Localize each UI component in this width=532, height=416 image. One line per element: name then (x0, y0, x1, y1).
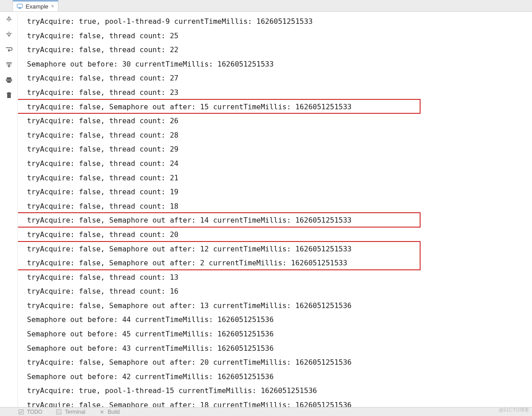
console-line: tryAcquire: false, Semaphore out after: … (27, 355, 532, 370)
svg-rect-0 (17, 4, 22, 8)
tab-example[interactable]: Example × (13, 0, 58, 11)
tab-label: Example (26, 3, 49, 10)
console-lines: tryAcquire: true, pool-1-thread-9 curren… (18, 12, 532, 407)
bottom-item-terminal[interactable]: Terminal (56, 409, 85, 415)
run-config-icon (17, 3, 23, 9)
tab-bar: Example × (0, 0, 532, 12)
console-line: Semaphore out before: 42 currentTimeMill… (27, 370, 532, 384)
svg-rect-7 (7, 77, 11, 79)
todo-icon (18, 409, 24, 415)
console-line: tryAcquire: false, thread count: 16 (27, 284, 532, 299)
console-line: tryAcquire: false, thread count: 19 (27, 185, 532, 199)
console-line: tryAcquire: false, thread count: 27 (27, 71, 532, 85)
console-gutter (0, 12, 18, 407)
close-icon[interactable]: × (51, 3, 54, 9)
bottom-item-build[interactable]: Build (99, 409, 120, 415)
console-line: tryAcquire: false, thread count: 18 (27, 199, 532, 214)
console-line: tryAcquire: false, Semaphore out after: … (27, 256, 532, 270)
svg-rect-12 (8, 92, 10, 93)
console-line: tryAcquire: false, Semaphore out after: … (27, 100, 532, 114)
console-line: tryAcquire: false, thread count: 22 (27, 43, 532, 57)
build-icon (99, 409, 105, 415)
console-line: Semaphore out before: 45 currentTimeMill… (27, 327, 532, 341)
svg-rect-9 (7, 81, 11, 83)
print-icon[interactable] (4, 76, 14, 85)
svg-rect-10 (7, 94, 11, 98)
console-line: tryAcquire: false, thread count: 20 (27, 228, 532, 242)
console-line: Semaphore out before: 30 currentTimeMill… (27, 57, 532, 72)
console-line: tryAcquire: false, Semaphore out after: … (27, 398, 532, 407)
watermark: @51CTO博客 (499, 407, 529, 413)
arrow-up-icon[interactable] (4, 14, 14, 23)
console-line: tryAcquire: false, Semaphore out after: … (27, 213, 532, 228)
console-line: tryAcquire: false, thread count: 29 (27, 142, 532, 157)
console-line: Semaphore out before: 43 currentTimeMill… (27, 341, 532, 356)
console-line: tryAcquire: true, pool-1-thread-15 curre… (27, 384, 532, 398)
bottom-item-todo[interactable]: TODO (18, 409, 42, 415)
body-row: tryAcquire: true, pool-1-thread-9 curren… (0, 12, 532, 407)
console-line: tryAcquire: false, thread count: 24 (27, 157, 532, 171)
svg-rect-1 (18, 8, 21, 9)
console-line: tryAcquire: false, Semaphore out after: … (27, 242, 532, 256)
console-line: tryAcquire: false, thread count: 13 (27, 270, 532, 285)
console-line: tryAcquire: false, Semaphore out after: … (27, 299, 532, 313)
console-line: tryAcquire: false, thread count: 23 (27, 85, 532, 100)
arrow-down-icon[interactable] (4, 30, 14, 39)
console-line: tryAcquire: false, thread count: 28 (27, 128, 532, 143)
scroll-to-end-icon[interactable] (4, 60, 14, 69)
console-line: tryAcquire: false, thread count: 26 (27, 114, 532, 128)
bottom-item-label: Build (108, 409, 120, 415)
console-output[interactable]: tryAcquire: true, pool-1-thread-9 curren… (18, 12, 532, 407)
trash-icon[interactable] (4, 91, 14, 100)
terminal-icon (56, 409, 62, 415)
console-line: tryAcquire: true, pool-1-thread-9 curren… (27, 14, 532, 29)
console-line: tryAcquire: false, thread count: 21 (27, 171, 532, 185)
svg-rect-14 (57, 410, 61, 414)
console-line: tryAcquire: false, thread count: 25 (27, 29, 532, 43)
bottom-item-label: Terminal (65, 409, 85, 415)
bottom-toolbar: TODO Terminal Build (0, 407, 532, 416)
console-line: Semaphore out before: 44 currentTimeMill… (27, 313, 532, 327)
soft-wrap-icon[interactable] (4, 45, 14, 54)
bottom-item-label: TODO (27, 409, 42, 415)
